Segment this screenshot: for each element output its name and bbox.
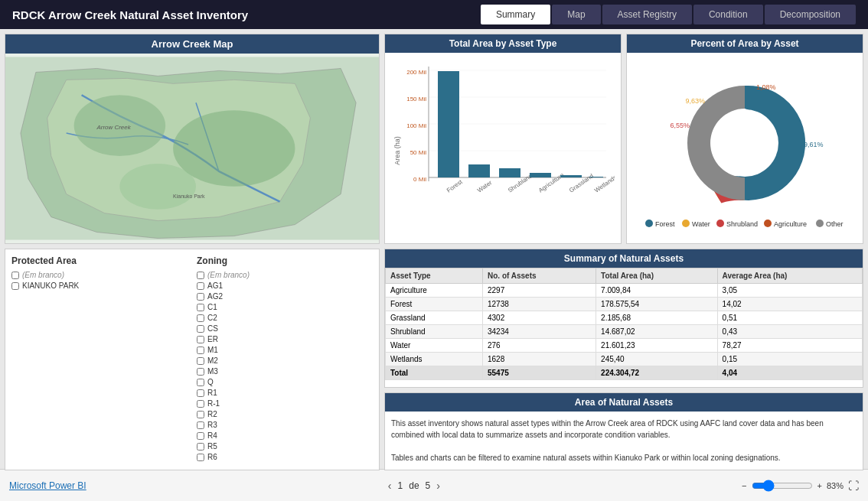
filter-panel: Protected Area (Em branco) KIANUKO PARK … [5,249,380,470]
page-navigation: ‹ 1 de 5 › [388,480,440,492]
row-grassland-avg: 0,51 [717,311,862,325]
page-current: 1 [398,480,403,491]
row-forest-count: 12738 [483,298,596,311]
zoning-cs: CS [207,324,218,333]
zoning-em-branco-checkbox[interactable] [197,272,204,279]
zoning-r6: R6 [207,453,217,461]
zoning-ag1: AG1 [207,281,223,290]
row-grassland-count: 4302 [483,311,596,325]
svg-text:50 Mil: 50 Mil [410,149,427,156]
bar-chart-title: Total Area by Asset Type [385,34,621,53]
table-row: Grassland 4302 2.185,68 0,51 [386,311,863,325]
row-agriculture-count: 2297 [483,284,596,298]
table-row: Agriculture 2297 7.009,84 3,05 [386,284,863,298]
row-wetlands-total: 245,40 [596,353,718,366]
zoom-plus[interactable]: + [817,481,822,490]
zoning-r-1: R-1 [207,399,220,408]
row-shrubland-avg: 0,43 [717,325,862,339]
tab-decomposition[interactable]: Decomposition [765,5,856,24]
zoom-slider[interactable] [752,480,813,492]
donut-chart-content: 79,61% 9,63% 6,55% 1,08% Forest Water Sh… [627,53,863,243]
row-agriculture-type: Agriculture [386,284,483,298]
svg-rect-23 [499,168,520,177]
natural-assets-panel: Area of Natural Assets This asset invent… [384,392,863,470]
app-title: RDCK Arrow Creek Natural Asset Inventory [12,8,481,21]
bottom-row: Protected Area (Em branco) KIANUKO PARK … [5,249,863,470]
zoning-r2: R2 [207,410,217,418]
zoning-c2: C2 [207,314,217,322]
col-asset-type: Asset Type [386,268,483,284]
zoning-er: ER [207,335,218,343]
col-no-assets: No. of Assets [483,268,596,284]
row-wetlands-avg: 0,15 [717,353,862,366]
table-row: Shrubland 34234 14.687,02 0,43 [386,325,863,339]
donut-chart-svg: 79,61% 9,63% 6,55% 1,08% Forest Water Sh… [633,59,857,235]
row-wetlands-count: 1628 [483,353,596,366]
protected-area-em-branco[interactable]: (Em branco) [11,271,188,279]
protected-area-kianuko-label: KIANUKO PARK [22,281,79,290]
zoom-minus[interactable]: − [742,481,746,490]
svg-point-3 [119,164,196,210]
tab-condition[interactable]: Condition [693,5,763,24]
summary-panel-title: Summary of Natural Assets [385,249,863,268]
zoning-q: Q [207,378,214,386]
svg-text:Forest: Forest [655,220,675,228]
svg-rect-29 [589,177,603,177]
row-agriculture-avg: 3,05 [717,284,862,298]
svg-text:Arrow Creek: Arrow Creek [96,124,132,131]
protected-area-kianuko-checkbox[interactable] [11,282,19,290]
prev-page-button[interactable]: ‹ [388,480,392,492]
map-panel-title: Arrow Creek Map [5,34,379,54]
protected-area-em-branco-checkbox[interactable] [11,272,19,279]
tab-summary[interactable]: Summary [481,5,550,24]
zoning-c1: C1 [207,303,217,311]
tab-map[interactable]: Map [552,5,600,24]
svg-text:150 Mil: 150 Mil [406,96,426,102]
donut-chart-panel: Percent of Area by Asset [626,34,863,244]
footer-right: − + 83% ⛶ [742,480,859,492]
zoning-r3: R3 [207,421,217,429]
row-water-type: Water [386,339,483,353]
row-water-count: 276 [483,339,596,353]
zoning-m1: M1 [207,346,218,354]
main-content: Arrow Creek Map Arrow Creek [0,29,868,469]
svg-point-36 [645,220,653,227]
row-total-avg: 4,04 [717,366,862,380]
protected-area-kianuko[interactable]: KIANUKO PARK [11,281,188,290]
summary-table: Asset Type No. of Assets Total Area (ha)… [385,268,863,380]
protected-area-filter: Protected Area (Em branco) KIANUKO PARK [11,255,188,464]
svg-text:6,55%: 6,55% [670,122,690,129]
row-agriculture-total: 7.009,84 [596,284,718,298]
svg-text:9,63%: 9,63% [685,97,705,105]
svg-text:1,08%: 1,08% [756,83,776,91]
next-page-button[interactable]: › [436,480,440,492]
app-footer: Microsoft Power BI ‹ 1 de 5 › − + 83% ⛶ [0,469,868,501]
row-shrubland-total: 14.687,02 [596,325,718,339]
nav-tabs: Summary Map Asset Registry Condition Dec… [481,5,856,24]
bar-chart-svg: Area (ha) 200 Mil 150 Mil 100 Mil 50 Mil… [391,59,615,227]
row-wetlands-type: Wetlands [386,353,483,366]
natural-assets-text1: This asset inventory shows natural asset… [385,412,863,470]
tab-asset-registry[interactable]: Asset Registry [602,5,692,24]
svg-text:0 Mil: 0 Mil [413,176,426,183]
row-forest-avg: 14,02 [717,298,862,311]
svg-point-31 [711,109,778,177]
svg-point-42 [764,220,772,227]
row-grassland-type: Grassland [386,311,483,325]
protected-area-em-branco-label: (Em branco) [22,271,64,279]
zoning-filter: Zoning (Em branco) AG1 AG2 C1 C2 CS ER M… [197,255,373,464]
table-row: Water 276 21.601,23 78,27 [386,339,863,353]
map-content[interactable]: Arrow Creek Kianuko Park [5,54,379,243]
top-row: Arrow Creek Map Arrow Creek [5,34,863,244]
fullscreen-icon[interactable]: ⛶ [848,480,859,492]
svg-text:Area (ha): Area (ha) [393,136,401,165]
row-total-total: 224.304,72 [596,366,718,380]
svg-rect-25 [530,173,551,177]
bar-chart-panel: Total Area by Asset Type Area (ha) 200 M… [384,34,622,244]
svg-text:Forest: Forest [445,178,464,194]
powerbi-brand[interactable]: Microsoft Power BI [9,480,86,491]
svg-point-40 [716,220,724,227]
svg-text:200 Mil: 200 Mil [406,69,426,76]
svg-point-38 [682,220,690,227]
page-total: 5 [426,480,431,491]
